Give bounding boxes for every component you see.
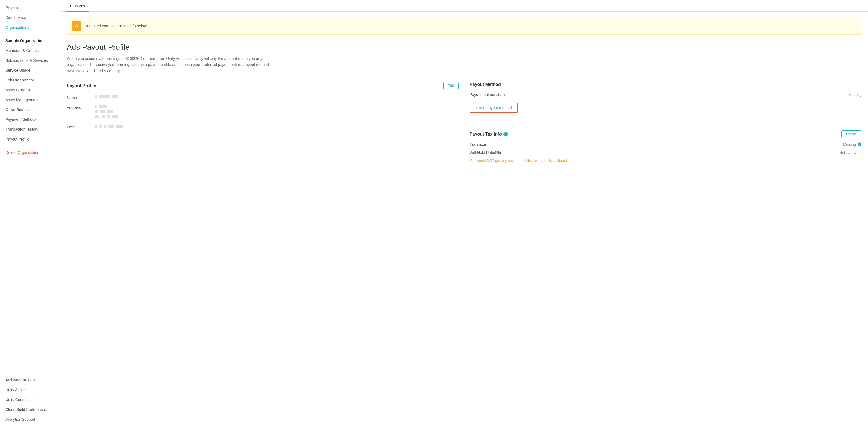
withhold-label: WithHold Ratio(%) (469, 150, 501, 155)
sidebar-item-unity-connect[interactable]: Unity Connect ↗ (0, 395, 60, 404)
tax-status-value: Missing ? (843, 142, 862, 147)
redacted-block (104, 125, 106, 128)
redacted-block (95, 125, 97, 128)
address-label: Address (67, 105, 94, 110)
withhold-row: WithHold Ratio(%) Not available (469, 150, 862, 155)
tax-status-label: Tax status (469, 142, 487, 147)
payout-status-row: Payout method status Missing (469, 92, 862, 97)
redacted-block (108, 125, 114, 128)
redacted-block (99, 105, 106, 108)
email-value (94, 124, 459, 129)
address-field: Address (67, 105, 459, 119)
sidebar-org-name: Sample Organization (0, 36, 60, 45)
page-title: Ads Payout Profile (67, 43, 862, 52)
sidebar-item-dashboards[interactable]: Dashboards (0, 12, 60, 23)
sidebar-item-payout-profile[interactable]: Payout Profile (0, 134, 60, 144)
redacted-block (107, 110, 113, 113)
add-payout-method-button[interactable]: + Add payout method (469, 103, 518, 113)
address-value (94, 105, 459, 119)
name-field: Name (67, 95, 459, 100)
sidebar-item-organizations[interactable]: Organizations (0, 23, 60, 32)
withhold-value: Not available (839, 150, 862, 155)
sidebar-bottom: Archived Projects Unity Ads ↗ Unity Conn… (0, 372, 60, 427)
external-link-icon: ↗ (23, 388, 26, 392)
warning-triangle-icon: △ (74, 23, 79, 29)
payout-tax-title: Payout Tax Info (469, 132, 502, 137)
payout-status-label: Payout method status (469, 92, 506, 97)
payout-status-value: Missing (848, 92, 862, 97)
payout-profile-header: Payout Profile Edit (67, 82, 459, 89)
payout-profile-title: Payout Profile (67, 83, 96, 88)
divider (469, 125, 862, 125)
warning-banner: △ You need complete billing info below. (67, 17, 862, 35)
sidebar-item-asset-management[interactable]: Asset Management (0, 95, 60, 105)
sidebar-item-edit-organization[interactable]: Edit Organization (0, 75, 60, 85)
sidebar-item-analytics-support[interactable]: Analytics Support (0, 415, 60, 424)
sidebar-item-service-usage[interactable]: Service Usage (0, 65, 60, 75)
name-value (94, 95, 459, 100)
redacted-block (112, 95, 118, 98)
email-label: Email (67, 124, 94, 129)
redacted-block (99, 125, 102, 128)
redacted-block (95, 95, 97, 98)
add-payout-method-wrap: + Add payout method (469, 100, 862, 119)
sidebar-item-members-groups[interactable]: Members & Groups (0, 45, 60, 56)
redacted-block (95, 110, 98, 113)
external-link-icon-2: ↗ (31, 398, 34, 402)
sidebar-item-cloud-build-prefs[interactable]: Cloud Build Preferences (0, 404, 60, 415)
sidebar-item-projects[interactable]: Projects (0, 3, 60, 12)
payout-method-header: Payout Method (469, 82, 862, 87)
sidebar-item-unity-ads[interactable]: Unity Ads ↗ (0, 385, 60, 395)
create-button[interactable]: Create (841, 130, 862, 138)
edit-button[interactable]: Edit (443, 82, 459, 89)
tax-status-row: Tax status Missing ? (469, 142, 862, 147)
sidebar-item-transaction-history[interactable]: Transaction History (0, 124, 60, 134)
tax-title-wrap: Payout Tax Info ? (469, 132, 508, 137)
sidebar-divider-2 (0, 146, 60, 146)
tax-help-icon[interactable]: ? (503, 132, 508, 136)
unity-ads-label: Unity Ads (5, 388, 22, 392)
redacted-block (95, 115, 99, 118)
warning-icon-wrap: △ (72, 21, 81, 31)
redacted-block (99, 95, 110, 98)
sidebar-item-delete-organization[interactable]: Delete Organization (0, 148, 60, 157)
sidebar-item-asset-store-credit[interactable]: Asset Store Credit (0, 85, 60, 95)
redacted-block (100, 110, 105, 113)
redacted-block (95, 105, 97, 108)
unity-connect-label: Unity Connect (5, 397, 30, 402)
col-payout-method: Payout Method Payout method status Missi… (469, 82, 862, 163)
page-body: Ads Payout Profile When you accumulate e… (60, 40, 868, 174)
redacted-block (112, 115, 118, 118)
sidebar: Projects Dashboards Organizations Sample… (0, 0, 60, 427)
email-field: Email (67, 124, 459, 129)
sidebar-item-archived-projects[interactable]: Archived Projects (0, 375, 60, 385)
sidebar-item-subscriptions-services[interactable]: Subscriptions & Services (0, 56, 60, 65)
payout-method-title: Payout Method (469, 82, 501, 87)
sidebar-item-payment-methods[interactable]: Payment Methods (0, 115, 60, 124)
col-payout-profile: Payout Profile Edit Name (67, 82, 459, 134)
redacted-block (116, 125, 123, 128)
sidebar-item-order-requests[interactable]: Order Requests (0, 105, 60, 115)
tax-warning-note: You would NOT get any payout until the t… (469, 158, 862, 163)
two-col-layout: Payout Profile Edit Name (67, 82, 862, 163)
tabs-bar: Unity Ads (60, 0, 868, 12)
redacted-block (102, 115, 105, 118)
tax-status-help-icon[interactable]: ? (858, 143, 862, 146)
main-content: Unity Ads △ You need complete billing in… (60, 0, 868, 427)
warning-text: You need complete billing info below. (85, 24, 148, 28)
tab-unity-ads[interactable]: Unity Ads (66, 0, 89, 12)
tax-section-header: Payout Tax Info ? Create (469, 130, 862, 138)
name-label: Name (67, 95, 94, 100)
redacted-block (107, 115, 110, 118)
page-description: When you accumulate earnings of $100USD … (67, 56, 274, 74)
